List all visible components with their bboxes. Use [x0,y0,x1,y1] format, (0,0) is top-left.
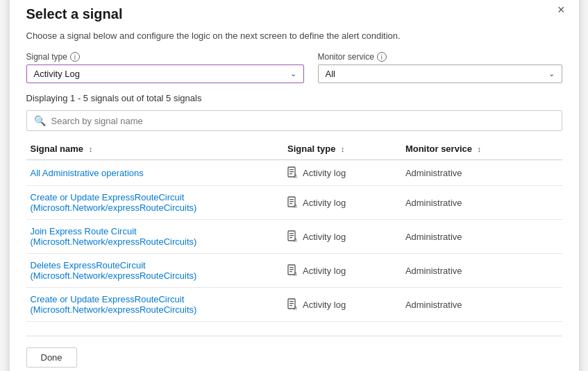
signal-type-value: Activity log [303,300,346,310]
table-row: All Administrative operations Activity l… [26,160,562,186]
svg-rect-14 [289,269,294,270]
signal-type-sort-icon[interactable]: ↕ [341,145,345,153]
monitor-service-label: Monitor service i [318,52,562,62]
monitor-service-cell: Administrative [401,160,562,186]
done-button[interactable]: Done [26,347,77,368]
monitor-service-cell: Administrative [401,288,562,322]
monitor-service-cell: Administrative [401,220,562,254]
svg-rect-1 [289,169,294,170]
form-row: Signal type i Activity Log ⌄ Monitor ser… [26,52,562,83]
search-box: 🔍 [26,110,562,131]
monitor-service-cell: Administrative [401,254,562,288]
monitor-service-sort-icon[interactable]: ↕ [478,145,482,153]
monitor-service-chevron-icon: ⌄ [548,69,555,78]
table-row: Create or Update ExpressRouteCircuit (Mi… [26,186,562,220]
signal-type-cell: Activity log [287,196,397,209]
svg-rect-7 [289,203,292,204]
table-row: Deletes ExpressRouteCircuit (Microsoft.N… [26,254,562,288]
svg-rect-13 [289,267,294,268]
monitor-service-select[interactable]: All ⌄ [318,64,562,83]
svg-rect-2 [289,171,294,172]
activity-log-icon [287,264,299,277]
signal-type-value: Activity log [303,198,346,208]
signal-type-value: Activity log [303,232,346,242]
close-button[interactable]: × [557,3,565,16]
signal-name-link[interactable]: Deletes ExpressRouteCircuit (Microsoft.N… [31,260,197,281]
signal-name-sort-icon[interactable]: ↕ [89,145,93,153]
signal-type-cell: Activity log [287,298,397,311]
signal-type-group: Signal type i Activity Log ⌄ [26,52,304,83]
signal-type-cell: Activity log [287,264,397,277]
svg-rect-3 [289,173,292,174]
col-header-monitor-service: Monitor service ↕ [401,138,562,160]
svg-rect-19 [289,305,292,306]
search-input[interactable] [51,116,555,126]
signal-type-value: Activity log [303,168,346,178]
svg-rect-9 [289,233,294,234]
svg-rect-11 [289,237,292,238]
monitor-service-info-icon[interactable]: i [377,52,387,62]
col-header-signal-name: Signal name ↕ [26,138,284,160]
signal-name-link[interactable]: All Administrative operations [31,168,144,178]
activity-log-icon [287,166,299,179]
signal-type-cell: Activity log [287,166,397,179]
col-header-signal-type: Signal type ↕ [283,138,401,160]
signals-table: Signal name ↕ Signal type ↕ Monitor serv… [26,138,562,322]
table-row: Create or Update ExpressRouteCircuit (Mi… [26,288,562,322]
svg-rect-17 [289,301,294,302]
modal-footer: Done [26,336,562,368]
signal-name-link[interactable]: Create or Update ExpressRouteCircuit (Mi… [31,192,197,213]
signal-name-link[interactable]: Create or Update ExpressRouteCircuit (Mi… [31,294,197,315]
svg-rect-18 [289,303,294,304]
svg-rect-5 [289,199,294,200]
svg-rect-15 [289,271,292,272]
activity-log-icon [287,230,299,243]
search-icon: 🔍 [34,115,46,126]
displaying-count: Displaying 1 - 5 signals out of total 5 … [26,93,562,103]
table-row: Join Express Route Circuit (Microsoft.Ne… [26,220,562,254]
signal-type-info-icon[interactable]: i [70,52,80,62]
svg-rect-10 [289,235,294,236]
activity-log-icon [287,298,299,311]
modal-description: Choose a signal below and configure the … [26,31,562,41]
monitor-service-cell: Administrative [401,186,562,220]
signal-type-cell: Activity log [287,230,397,243]
activity-log-icon [287,196,299,209]
signal-type-value: Activity log [303,266,346,276]
modal-title: Select a signal [26,6,562,22]
svg-rect-6 [289,201,294,202]
select-signal-modal: Select a signal × Choose a signal below … [10,0,579,371]
monitor-service-group: Monitor service i All ⌄ [318,52,562,83]
table-header-row: Signal name ↕ Signal type ↕ Monitor serv… [26,138,562,160]
signal-name-link[interactable]: Join Express Route Circuit (Microsoft.Ne… [31,226,197,247]
signal-type-label: Signal type i [26,52,304,62]
signal-type-select[interactable]: Activity Log ⌄ [26,64,304,83]
signal-type-chevron-icon: ⌄ [290,69,296,78]
